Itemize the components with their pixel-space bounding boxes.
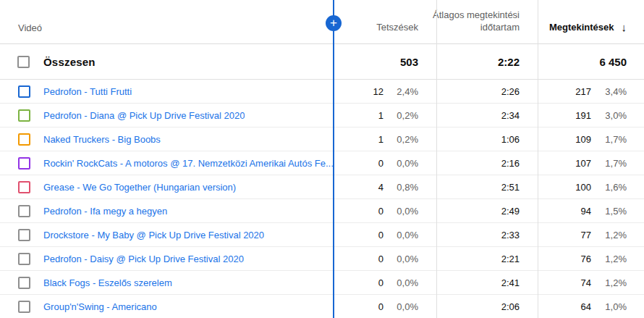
column-header-views-label: Megtekintések [549, 21, 614, 33]
video-title-link[interactable]: Pedrofon - Tutti Frutti [43, 86, 132, 97]
avg-duration-value: 2:41 [418, 277, 520, 288]
likes-percent: 0,2% [384, 134, 418, 145]
likes-value: 0 [334, 230, 384, 240]
likes-percent: 0,0% [384, 206, 418, 217]
likes-percent: 0,2% [384, 110, 418, 121]
table-row[interactable]: Pedrofon - Ifa megy a hegyen 0 0,0% 2:49… [0, 199, 644, 223]
views-percent: 1,7% [591, 134, 627, 145]
likes-value: 12 [334, 86, 384, 97]
views-value: 217 [520, 86, 591, 97]
views-percent: 1,2% [591, 230, 627, 240]
views-percent: 1,2% [591, 254, 627, 264]
likes-value: 1 [334, 110, 384, 121]
views-value: 76 [520, 254, 591, 264]
row-checkbox[interactable] [18, 229, 30, 241]
row-checkbox[interactable] [18, 205, 30, 217]
likes-value: 0 [334, 158, 384, 169]
avg-duration-value: 2:16 [418, 158, 520, 169]
avg-duration-value: 2:21 [418, 254, 520, 264]
likes-value: 0 [334, 254, 384, 264]
video-title-link[interactable]: Black Fogs - Eszelős szerelem [43, 277, 172, 288]
column-header-likes[interactable]: Tetszések [334, 21, 418, 43]
views-value: 191 [520, 110, 591, 121]
totals-label: Összesen [43, 56, 96, 68]
row-checkbox[interactable] [18, 301, 30, 313]
row-checkbox[interactable] [18, 277, 30, 289]
table-row[interactable]: Black Fogs - Eszelős szerelem 0 0,0% 2:4… [0, 271, 644, 295]
totals-likes: 503 [334, 56, 418, 68]
avg-duration-value: 1:06 [418, 134, 520, 145]
avg-duration-value: 2:51 [418, 182, 520, 193]
avg-duration-value: 2:26 [418, 86, 520, 97]
views-percent: 1,5% [591, 206, 627, 217]
views-percent: 3,4% [591, 86, 627, 97]
likes-percent: 0,8% [384, 182, 418, 193]
likes-value: 1 [334, 134, 384, 145]
video-title-link[interactable]: Rockin' RockCats - A motoros @ 17. Nemze… [43, 158, 334, 169]
views-value: 77 [520, 230, 591, 240]
totals-row: Összesen 503 2:22 6 450 [0, 44, 644, 80]
video-title-link[interactable]: Pedrofon - Ifa megy a hegyen [43, 206, 167, 217]
table-header-row: Videó Tetszések Átlagos megtekintési idő… [0, 0, 644, 44]
row-checkbox[interactable] [18, 109, 30, 122]
video-title-link[interactable]: Pedrofon - Diana @ Pick Up Drive Festiva… [43, 110, 245, 121]
plus-icon: + [330, 16, 337, 30]
row-checkbox[interactable] [18, 181, 30, 193]
views-percent: 3,0% [591, 110, 627, 121]
table-row[interactable]: Pedrofon - Tutti Frutti 12 2,4% 2:26 217… [0, 80, 644, 104]
row-checkbox[interactable] [18, 157, 30, 170]
table-row[interactable]: Rockin' RockCats - A motoros @ 17. Nemze… [0, 151, 644, 175]
video-title-link[interactable]: Drockstore - My Baby @ Pick Up Drive Fes… [43, 230, 264, 240]
views-percent: 1,2% [591, 277, 627, 288]
analytics-video-table: Videó Tetszések Átlagos megtekintési idő… [0, 0, 644, 318]
views-value: 64 [520, 301, 591, 312]
totals-views: 6 450 [520, 56, 627, 68]
column-separator [436, 0, 437, 318]
table-row[interactable]: Pedrofon - Daisy @ Pick Up Drive Festiva… [0, 247, 644, 271]
video-title-link[interactable]: Pedrofon - Daisy @ Pick Up Drive Festiva… [43, 254, 244, 264]
row-checkbox[interactable] [18, 133, 30, 146]
avg-duration-value: 2:33 [418, 230, 520, 240]
row-checkbox[interactable] [18, 85, 30, 98]
table-row[interactable]: Naked Truckers - Big Boobs 1 0,2% 1:06 1… [0, 127, 644, 151]
likes-percent: 0,0% [384, 230, 418, 240]
select-all-checkbox[interactable] [17, 56, 30, 68]
views-value: 100 [520, 182, 591, 193]
views-value: 109 [520, 134, 591, 145]
views-value: 107 [520, 158, 591, 169]
column-header-avg-duration[interactable]: Átlagos megtekintési időtartam [418, 9, 520, 43]
metric-divider-line [333, 0, 334, 318]
avg-duration-value: 2:06 [418, 301, 520, 312]
table-row[interactable]: Drockstore - My Baby @ Pick Up Drive Fes… [0, 223, 644, 247]
avg-duration-value: 2:49 [418, 206, 520, 217]
video-title-link[interactable]: Group'n'Swing - Americano [43, 301, 157, 312]
likes-percent: 0,0% [384, 277, 418, 288]
likes-percent: 2,4% [384, 86, 418, 97]
column-header-video[interactable]: Videó [0, 22, 334, 43]
column-header-views[interactable]: Megtekintések ↓ [520, 21, 627, 43]
table-body: Pedrofon - Tutti Frutti 12 2,4% 2:26 217… [0, 80, 644, 318]
views-percent: 1,6% [591, 182, 627, 193]
likes-percent: 0,0% [384, 254, 418, 264]
likes-percent: 0,0% [384, 158, 418, 169]
table-row[interactable]: Group'n'Swing - Americano 0 0,0% 2:06 64… [0, 295, 644, 318]
column-separator [538, 0, 538, 318]
table-row[interactable]: Grease - We Go Together (Hungarian versi… [0, 175, 644, 199]
table-row[interactable]: Pedrofon - Diana @ Pick Up Drive Festiva… [0, 104, 644, 127]
likes-value: 0 [334, 206, 384, 217]
row-checkbox[interactable] [18, 253, 30, 265]
likes-value: 4 [334, 182, 384, 193]
likes-value: 0 [334, 301, 384, 312]
avg-duration-value: 2:34 [418, 110, 520, 121]
views-percent: 1,7% [591, 158, 627, 169]
video-title-link[interactable]: Grease - We Go Together (Hungarian versi… [43, 182, 236, 193]
views-percent: 1,0% [591, 301, 627, 312]
sort-descending-icon: ↓ [622, 21, 627, 33]
totals-avg-duration: 2:22 [418, 56, 520, 68]
views-value: 94 [520, 206, 591, 217]
views-value: 74 [520, 277, 591, 288]
video-title-link[interactable]: Naked Truckers - Big Boobs [43, 134, 161, 145]
add-metric-button[interactable]: + [326, 15, 342, 31]
likes-value: 0 [334, 277, 384, 288]
likes-percent: 0,0% [384, 301, 418, 312]
